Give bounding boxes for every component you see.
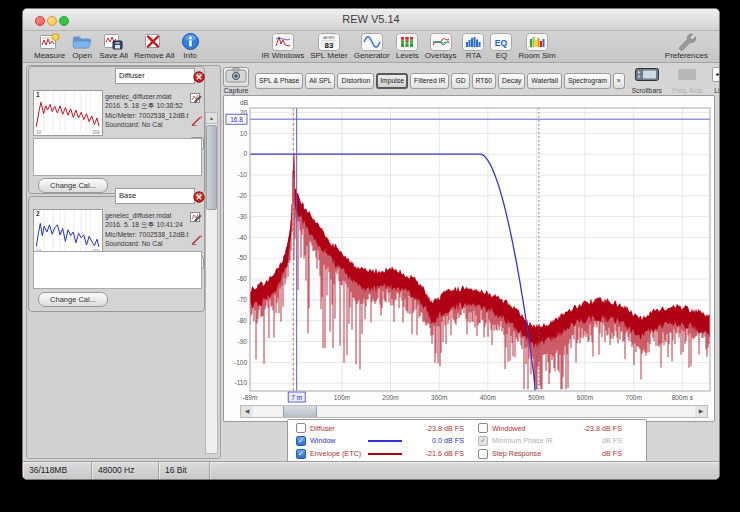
ir-windows-button[interactable]: IR Windows [262, 32, 305, 60]
sidebar-scroll-up-arrow[interactable]: ▲ [206, 113, 217, 124]
eq-button[interactable]: EQEQ [490, 32, 512, 60]
remove-all-button[interactable]: Remove All [134, 32, 174, 60]
tab-all-spl[interactable]: All SPL [305, 73, 335, 89]
preferences-button[interactable]: Preferences [665, 32, 708, 60]
tab-distortion[interactable]: Distortion [337, 73, 374, 89]
rta-button[interactable]: RTA [462, 32, 484, 60]
time-axis-scrollbar[interactable]: ◀ ▶ [240, 405, 708, 418]
remove-measurement-button[interactable] [193, 69, 205, 81]
spl-meter-icon: dB SPL83 [318, 32, 340, 51]
time-scrollbar-thumb[interactable] [283, 406, 317, 417]
legend-swatch [368, 453, 402, 455]
open-button[interactable]: Open [71, 32, 93, 60]
edit-graph-icon[interactable] [190, 90, 205, 108]
levels-button-label: Levels [396, 51, 419, 60]
eq-icon: EQ [490, 32, 512, 51]
change-cal-button[interactable]: Change Cal... [38, 292, 108, 307]
legend-label: Step Response [492, 449, 566, 458]
remove-all-icon [143, 32, 165, 51]
legend-checkbox-envelope-etc-[interactable]: ✓ [296, 449, 306, 459]
save-all-button[interactable]: Save All [99, 32, 128, 60]
svg-text:-80: -80 [238, 317, 248, 324]
eq-button-label: EQ [496, 51, 508, 60]
overlays-button[interactable]: Overlays [425, 32, 457, 60]
sidebar-scrollbar[interactable]: ▲ [205, 112, 218, 454]
legend-checkbox-step-response[interactable] [478, 449, 488, 459]
measure-button[interactable]: Measure [34, 32, 65, 60]
measurement-number: 2 [36, 210, 40, 217]
minimize-window-button[interactable] [47, 16, 57, 26]
svg-text:200m: 200m [382, 394, 398, 401]
levels-button[interactable]: Levels [396, 32, 419, 60]
scrollbars-icon [635, 67, 659, 86]
titlebar[interactable]: REW V5.14 [23, 9, 719, 31]
calibration-icon[interactable] [190, 113, 205, 131]
room-sim-button[interactable]: Room Sim [518, 32, 555, 60]
measurement-mic: Mic/Meter: 7002538_12dB.t [105, 111, 191, 120]
tab-filtered-ir[interactable]: Filtered IR [410, 73, 449, 89]
measurements-sidebar: Collapse « Diffuser11020kgenelec_diffuse… [26, 65, 221, 459]
scroll-left-arrow[interactable]: ◀ [241, 406, 253, 417]
tab-spl-phase[interactable]: SPL & Phase [255, 73, 303, 89]
remove-all-button-label: Remove All [134, 51, 174, 60]
remove-measurement-button[interactable] [193, 189, 205, 201]
app-window: REW V5.14 MeasureOpenSave AllRemove AllI… [22, 8, 720, 480]
status-bar-filler [210, 462, 719, 479]
tab-gd[interactable]: GD [451, 73, 469, 89]
spl-meter-button[interactable]: dB SPL83SPL Meter [310, 32, 348, 60]
edit-graph-icon[interactable] [190, 209, 205, 227]
sidebar-scrollbar-thumb[interactable] [206, 125, 217, 210]
measurement-notes-area[interactable] [33, 138, 202, 176]
measurement-notes-area[interactable] [33, 251, 202, 289]
capture-button[interactable]: Capture [223, 67, 249, 94]
tab-rt60[interactable]: RT60 [472, 73, 497, 89]
limits-button[interactable]: Limits [712, 67, 720, 94]
legend-swatch [368, 427, 402, 429]
zoom-window-button[interactable] [59, 16, 69, 26]
svg-text:-50: -50 [238, 254, 248, 261]
legend-row: ✓Envelope (ETC)-21.6 dB FS [296, 448, 464, 460]
legend-label: Minimum Phase IR [492, 436, 566, 445]
status-bar: 36/118MB 48000 Hz 16 Bit [23, 461, 719, 479]
scroll-right-arrow[interactable]: ▶ [695, 406, 707, 417]
info-button[interactable]: Info [181, 32, 200, 60]
measure-icon [39, 32, 61, 51]
impulse-chart[interactable]: 20100-10-20-30-40-50-60-70-80-90-100-110… [224, 96, 714, 421]
svg-text:800m s: 800m s [672, 394, 694, 401]
measurement-info-text: genelec_diffuser.mdat2016. 5. 18 오후 10:3… [105, 92, 191, 130]
tab-impulse[interactable]: Impulse [376, 73, 408, 89]
tab--[interactable]: » [613, 73, 625, 89]
legend-value: -21.6 dB FS [408, 449, 464, 458]
measurement-name-input[interactable]: Base [115, 188, 195, 204]
memory-status: 36/118MB [23, 462, 92, 479]
measurement-thumbnail[interactable]: 11020k [33, 90, 103, 136]
measurement-name-input[interactable]: Diffuser [115, 68, 195, 84]
graph-header: Capture SPL & PhaseAll SPLDistortionImpu… [221, 65, 715, 97]
room-sim-button-label: Room Sim [518, 51, 555, 60]
ir-windows-button-label: IR Windows [262, 51, 305, 60]
calibration-icon[interactable] [190, 232, 205, 250]
tab-decay[interactable]: Decay [498, 73, 525, 89]
scrollbars-button[interactable]: Scrollbars [632, 67, 662, 94]
legend-label: Windowed [492, 424, 566, 433]
measurement-thumbnail[interactable]: 21020k [33, 209, 103, 255]
legend-checkbox-diffuser[interactable] [296, 423, 306, 433]
svg-text:7 m: 7 m [291, 394, 302, 401]
save-all-icon [103, 32, 125, 51]
capture-label: Capture [224, 87, 249, 94]
close-window-button[interactable] [35, 16, 45, 26]
trace-legend: Diffuser-23.8 dB FS✓Window0.0 dB FS✓Enve… [287, 419, 647, 463]
window-title: REW V5.14 [23, 9, 719, 30]
legend-row: ✓Minimum Phase IRdB FS [478, 435, 622, 447]
legend-label: Diffuser [310, 424, 368, 433]
generator-button[interactable]: Generator [354, 32, 390, 60]
limits-icon [712, 67, 720, 86]
svg-text:-40: -40 [238, 234, 248, 241]
svg-text:700m: 700m [626, 394, 642, 401]
legend-checkbox-windowed[interactable] [478, 423, 488, 433]
tab-waterfall[interactable]: Waterfall [527, 73, 562, 89]
overlays-icon [430, 32, 452, 51]
tab-spectrogram[interactable]: Spectrogram [564, 73, 611, 89]
legend-checkbox-window[interactable]: ✓ [296, 436, 306, 446]
change-cal-button[interactable]: Change Cal... [38, 178, 108, 193]
